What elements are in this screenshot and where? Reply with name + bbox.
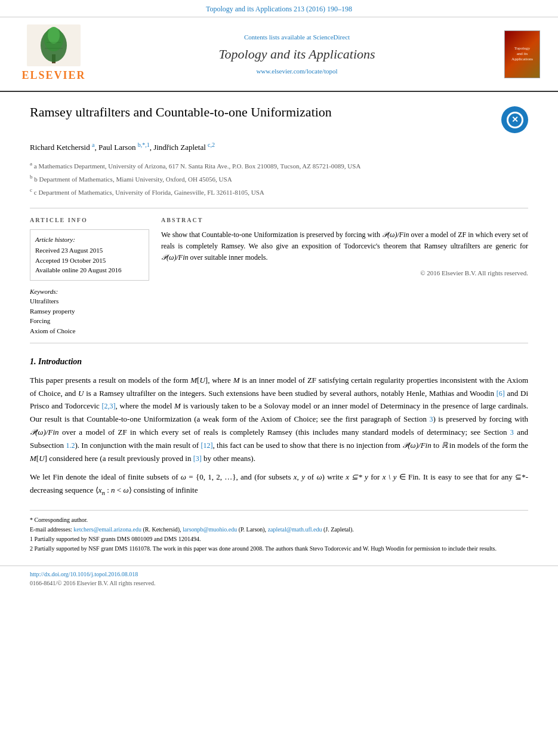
crossmark-badge[interactable]: ✕ <box>501 106 528 133</box>
issn-line: 0166-8641/© 2016 Elsevier B.V. All right… <box>30 579 528 588</box>
affil-a: a <box>92 142 94 148</box>
journal-header: ELSEVIER Contents lists available at Sci… <box>0 17 558 92</box>
paragraph-2: We let Fin denote the ideal of finite su… <box>30 471 528 498</box>
keyword-1: Ultrafilters <box>30 296 149 306</box>
keywords-label: Keywords: <box>30 287 149 297</box>
copyright-notice: © 2016 Elsevier B.V. All rights reserved… <box>161 268 528 278</box>
affil-b: b,*,1 <box>138 142 150 148</box>
journal-url[interactable]: www.elsevier.com/locate/topol <box>99 66 495 76</box>
article-history-box: Article history: Received 23 August 2015… <box>30 229 149 281</box>
cite-3[interactable]: [3] <box>193 454 202 463</box>
abstract-section: ABSTRACT We show that Countable-to-one U… <box>161 216 528 336</box>
email-larson[interactable]: larsonpb@muohio.edu <box>183 526 237 533</box>
doi-link[interactable]: http://dx.doi.org/10.1016/j.topol.2016.0… <box>30 571 138 577</box>
doi-line: http://dx.doi.org/10.1016/j.topol.2016.0… <box>30 570 528 579</box>
article-info-heading: ARTICLE INFO <box>30 216 149 225</box>
received-date: Received 23 August 2015 <box>35 245 144 256</box>
elsevier-label: ELSEVIER <box>21 67 85 84</box>
affiliation-b: b b Department of Mathematics, Miami Uni… <box>30 173 528 185</box>
accepted-date: Accepted 19 October 2015 <box>35 256 144 266</box>
footnote-corresponding: * Corresponding author. <box>30 515 528 525</box>
available-date: Available online 20 August 2016 <box>35 265 144 275</box>
footnotes-section: * Corresponding author. E-mail addresses… <box>30 510 528 554</box>
paragraph-1: This paper presents a result on models o… <box>30 374 528 465</box>
elsevier-logo: ELSEVIER <box>18 24 90 84</box>
page: Topology and its Applications 213 (2016)… <box>0 0 558 756</box>
cite-sec12[interactable]: 1.2 <box>66 441 75 450</box>
elsevier-tree-icon <box>27 24 81 66</box>
abstract-text: We show that Countable-to-one Uniformiza… <box>161 229 528 264</box>
divider-1 <box>30 208 528 208</box>
keyword-3: Forcing <box>30 316 149 326</box>
affiliation-a: a a Mathematics Department, University o… <box>30 159 528 171</box>
affiliations: a a Mathematics Department, University o… <box>30 159 528 198</box>
cite-sec3-2[interactable]: 3 <box>510 428 514 437</box>
journal-thumbnail: Topologyand itsApplications <box>504 30 540 78</box>
journal-citation-text: Topology and its Applications 213 (2016)… <box>206 5 352 13</box>
affiliation-c: c c Department of Mathematics, Universit… <box>30 186 528 198</box>
email-ketchersid[interactable]: ketchers@email.arizona.edu <box>73 526 141 533</box>
crossmark-inner: ✕ <box>507 112 523 128</box>
sciencedirect-text: Contents lists available at ScienceDirec… <box>99 32 495 42</box>
keywords-section: Keywords: Ultrafilters Ramsey property F… <box>30 287 149 336</box>
footnote-2: 2 Partially supported by NSF grant DMS 1… <box>30 544 528 554</box>
footnote-emails: E-mail addresses: ketchers@email.arizona… <box>30 525 528 534</box>
journal-thumb-text: Topologyand itsApplications <box>510 45 534 63</box>
bottom-bar: http://dx.doi.org/10.1016/j.topol.2016.0… <box>0 566 558 591</box>
section-1-title: 1. Introduction <box>30 355 528 368</box>
svg-point-4 <box>48 27 60 44</box>
journal-center-info: Contents lists available at ScienceDirec… <box>99 32 495 76</box>
cite-6[interactable]: [6] <box>497 389 505 398</box>
math-p-omega-fin-2: 𝒫(ω)/Fin <box>161 253 188 262</box>
keyword-2: Ramsey property <box>30 306 149 316</box>
footnote-1: 1 Partially supported by NSF grants DMS … <box>30 534 528 544</box>
divider-2 <box>30 343 528 343</box>
main-content: Ramsey ultrafilters and Countable-to-one… <box>0 92 558 566</box>
sciencedirect-link[interactable]: ScienceDirect <box>313 33 350 41</box>
cite-sec3-1[interactable]: 3 <box>429 415 433 423</box>
crossmark-icon: ✕ <box>511 113 519 126</box>
history-label: Article history: <box>35 235 144 245</box>
info-abstract-columns: ARTICLE INFO Article history: Received 2… <box>30 216 528 336</box>
email-label: E-mail addresses: <box>30 526 72 533</box>
math-p-omega-fin-1: 𝒫(ω)/Fin <box>382 231 409 239</box>
article-title: Ramsey ultrafilters and Countable-to-one… <box>30 104 495 121</box>
cite-23[interactable]: [2,3] <box>102 402 116 410</box>
abstract-heading: ABSTRACT <box>161 216 528 225</box>
authors-line: Richard Ketchersid a, Paul Larson b,*,1,… <box>30 140 528 153</box>
cite-12[interactable]: [12] <box>201 441 213 450</box>
keyword-4: Axiom of Choice <box>30 326 149 336</box>
journal-citation-banner: Topology and its Applications 213 (2016)… <box>0 0 558 17</box>
issn-text: 0166-8641/© 2016 Elsevier B.V. All right… <box>30 580 155 586</box>
affil-c: c,2 <box>208 142 215 148</box>
journal-title: Topology and its Applications <box>99 44 495 64</box>
article-info-column: ARTICLE INFO Article history: Received 2… <box>30 216 149 336</box>
email-zapletal[interactable]: zapletal@math.ufl.edu <box>268 526 322 533</box>
